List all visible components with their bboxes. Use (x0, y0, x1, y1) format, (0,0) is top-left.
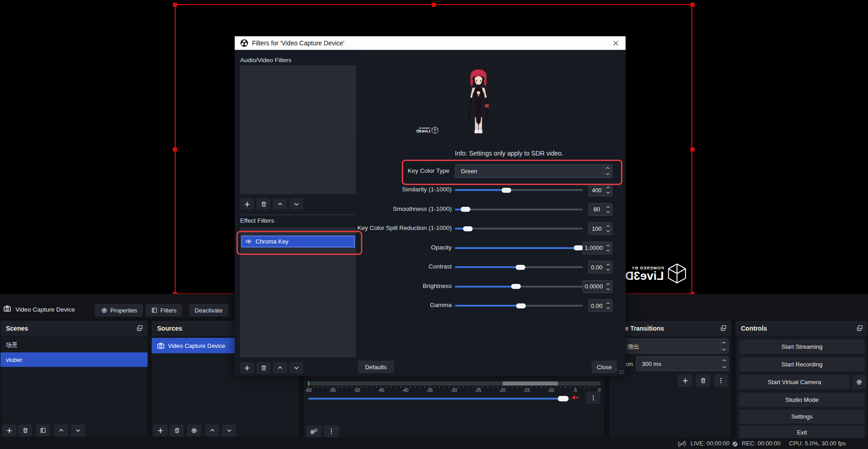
resize-grip[interactable] (619, 370, 624, 374)
scene-down-button[interactable] (71, 425, 85, 436)
vtuber-character (464, 64, 493, 133)
slider-thumb[interactable] (574, 245, 583, 250)
source-up-button[interactable] (205, 425, 219, 436)
av-filters-list[interactable] (240, 65, 356, 194)
bounding-box-handle[interactable] (690, 147, 695, 151)
scenes-toolbar (0, 422, 148, 438)
slider-thumb[interactable] (516, 265, 525, 270)
transition-select[interactable]: 滑出 (612, 339, 729, 353)
add-source-button[interactable] (153, 425, 168, 436)
scenes-panel: Scenes 场景vtuber (0, 320, 148, 438)
slider-thumb[interactable] (461, 207, 470, 212)
start-virtual-camera-button[interactable]: Start Virtual Camera (739, 375, 850, 389)
db-scale-label: -25 (475, 388, 481, 393)
key-value[interactable]: 100 (588, 222, 612, 235)
bounding-box-handle[interactable] (173, 3, 177, 7)
controls-header: Controls (741, 325, 767, 332)
remove-source-button[interactable] (170, 425, 184, 436)
slider-label: Key Color Spill Reduction (1-1000) (303, 224, 452, 231)
filters-dialog: Filters for 'Video Capture Device' Audio… (235, 36, 626, 376)
record-status-icon (732, 441, 738, 449)
deactivate-button[interactable]: Deactivate (189, 304, 228, 317)
mixer-item-menu-button[interactable] (586, 391, 600, 404)
close-button[interactable]: Close (592, 361, 617, 373)
smoothness-slider[interactable] (455, 209, 583, 210)
bounding-box-handle[interactable] (690, 3, 695, 7)
slider-thumb[interactable] (516, 303, 526, 308)
advanced-audio-button[interactable] (306, 425, 321, 437)
source-down-button[interactable] (222, 425, 236, 436)
sources-header: Sources (157, 325, 182, 332)
duration-spinbox[interactable]: 300 ms (636, 356, 729, 371)
slider-label: Smoothness (1-1000) (303, 205, 452, 212)
scene-up-button[interactable] (54, 425, 68, 436)
slider-label: Brightness (303, 283, 452, 289)
slider-label: Contrast (303, 263, 452, 270)
smoothness-value[interactable]: 80 (588, 203, 612, 216)
slider-thumb[interactable] (463, 226, 473, 231)
exit-button[interactable]: Exit (739, 425, 865, 439)
brightness-value[interactable]: 0.0000 (582, 280, 612, 293)
annotation-chroma-key (237, 231, 362, 255)
av-filter-down-button[interactable] (289, 198, 303, 210)
dialog-title: Filters for 'Video Capture Device' (252, 39, 345, 47)
mute-icon[interactable] (572, 394, 579, 403)
transition-menu-button[interactable] (714, 374, 728, 387)
slider-thumb[interactable] (511, 284, 521, 289)
slider-thumb[interactable] (502, 188, 511, 193)
cpu-usage: CPU: 5.0%, 30.00 fps (789, 440, 846, 447)
effect-filter-up-button[interactable] (273, 362, 287, 374)
defaults-button[interactable]: Defaults (358, 361, 394, 373)
remove-scene-button[interactable] (18, 425, 32, 436)
key-slider[interactable] (455, 228, 583, 229)
add-transition-button[interactable] (678, 374, 692, 387)
annotation-key-color-type (402, 160, 622, 185)
effect-add-filter-button[interactable] (240, 362, 254, 374)
scene-item-2[interactable]: vtuber (0, 352, 148, 367)
scene-item-1[interactable]: 场景 (0, 338, 148, 352)
studio-mode-button[interactable]: Studio Mode (739, 393, 865, 407)
scenes-header: Scenes (6, 325, 28, 332)
db-scale-label: -5 (573, 388, 577, 393)
effect-filter-down-button[interactable] (289, 362, 303, 374)
virtual-camera-config-button[interactable] (852, 375, 866, 389)
source-properties-button[interactable] (187, 425, 201, 436)
contrast-value[interactable]: 0.00 (588, 261, 612, 273)
filters-button[interactable]: Filters (146, 304, 182, 317)
opacity-value[interactable]: 1.0000 (582, 242, 612, 254)
add-scene-button[interactable] (2, 425, 16, 436)
bounding-box-handle[interactable] (173, 147, 177, 151)
av-remove-filter-button[interactable] (256, 198, 271, 210)
volume-slider-thumb[interactable] (558, 396, 568, 401)
controls-panel: Controls Start StreamingStart RecordingS… (735, 320, 868, 438)
cube-icon (666, 262, 687, 285)
scene-filters-button[interactable] (36, 425, 50, 436)
db-scale-label: -45 (378, 388, 384, 393)
av-filters-label: Audio/Video Filters (240, 57, 291, 63)
sdr-info-text: Info: Settings only apply to SDR video. (455, 150, 563, 157)
popout-icon[interactable] (856, 324, 864, 332)
db-scale-label: -20 (499, 388, 505, 393)
similarity-value[interactable]: 400 (588, 184, 612, 196)
mixer-menu-button[interactable] (324, 425, 339, 437)
settings-button[interactable]: Settings (739, 410, 865, 424)
properties-button[interactable]: Properties (95, 304, 143, 317)
live-time: LIVE: 00:00:00 (690, 440, 730, 447)
remove-transition-button[interactable] (696, 374, 710, 387)
status-bar: LIVE: 00:00:00 REC: 00:00:00 CPU: 5.0%, … (0, 438, 868, 449)
start-recording-button[interactable]: Start Recording (739, 357, 865, 371)
slider-label: Gamma (303, 302, 452, 308)
effect-remove-filter-button[interactable] (256, 362, 271, 374)
popout-icon[interactable] (720, 324, 728, 332)
av-add-filter-button[interactable] (240, 198, 254, 210)
popout-icon[interactable] (136, 324, 144, 332)
effect-filters-label: Effect Filters (240, 217, 274, 224)
gamma-value[interactable]: 0.00 (588, 299, 612, 312)
bounding-box-handle[interactable] (432, 3, 436, 7)
watermark-line2: Live3D (625, 270, 664, 281)
av-filter-up-button[interactable] (273, 198, 287, 210)
dialog-titlebar[interactable]: Filters for 'Video Capture Device' (235, 36, 626, 50)
start-streaming-button[interactable]: Start Streaming (739, 340, 865, 354)
close-icon[interactable] (613, 40, 620, 47)
db-scale-label: -60 (305, 388, 311, 393)
